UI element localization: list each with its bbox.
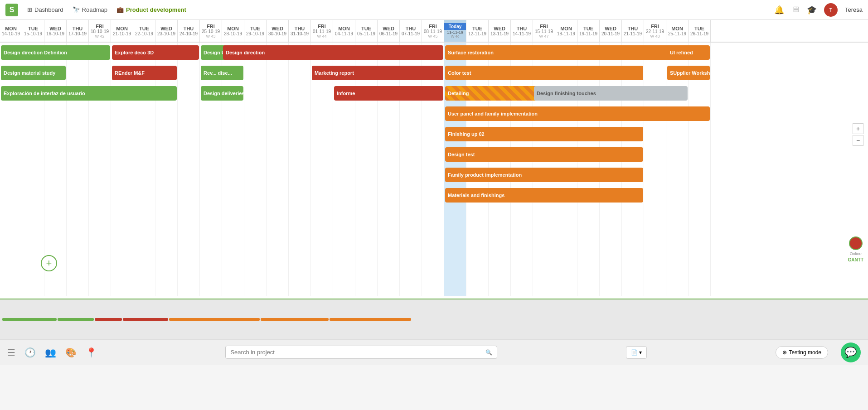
gantt-header-col-2: WED 16-10-19 <box>44 20 67 42</box>
search-icon: 🔍 <box>485 349 492 356</box>
task-t8[interactable]: REnder M&F <box>112 66 177 80</box>
task-t1[interactable]: Design direction Definition <box>1 45 110 60</box>
gantt-header-col-4: FRI 18-10-19 W 42 <box>89 20 111 42</box>
gantt-header-col-9: FRI 25-10-19 W 43 <box>200 20 222 42</box>
task-t15[interactable]: Informe <box>334 86 443 101</box>
nav-product-dev[interactable]: 💼 Product development <box>116 6 186 13</box>
task-label-t18: User panel and family implementation <box>448 111 538 116</box>
task-label-t1: Design direction Definition <box>4 50 67 55</box>
task-label-t11: Color test <box>448 70 471 76</box>
mini-map[interactable] <box>0 299 868 339</box>
bell-icon[interactable]: 🔔 <box>774 5 784 15</box>
monitor-icon[interactable]: 🖥 <box>791 5 800 14</box>
product-icon: 💼 <box>116 6 124 13</box>
mini-bar-2 <box>95 318 122 321</box>
mini-bar-4 <box>169 318 260 321</box>
bottom-bar: ☰ 🕐 👥 🎨 📍 🔍 📄 ▾ ⊕ Testing mode 💬 <box>0 339 868 365</box>
gantt-header-col-24: FRI 15-11-19 W 47 <box>533 20 555 42</box>
gantt-header-col-23: THU 14-11-19 <box>511 20 533 42</box>
task-t13[interactable]: Exploración de interfaz de usuario <box>1 86 177 101</box>
task-t11[interactable]: Color test <box>445 66 643 80</box>
mini-bar-6 <box>330 318 411 321</box>
doc-button[interactable]: 📄 ▾ <box>626 346 647 359</box>
graduation-icon[interactable]: 🎓 <box>807 5 817 15</box>
task-t14[interactable]: Design deliveries <box>201 86 243 101</box>
roadmap-icon: 🔭 <box>73 6 80 13</box>
task-label-t7: Design material study <box>4 70 55 76</box>
task-t21[interactable]: Family product implementation <box>445 168 643 182</box>
mini-bar-0 <box>2 318 57 321</box>
testing-mode-button[interactable]: ⊕ Testing mode <box>776 346 828 359</box>
chat-button[interactable]: 💬 <box>841 342 861 362</box>
users-icon[interactable]: 👥 <box>45 347 56 358</box>
testing-label: Testing mode <box>789 349 821 356</box>
task-label-t21: Family product implementation <box>448 172 522 178</box>
zoom-out-button[interactable]: − <box>853 135 863 146</box>
task-t4[interactable]: Design direction <box>223 45 443 60</box>
task-t10[interactable]: Marketing report <box>312 66 443 80</box>
zoom-controls: + − <box>853 123 863 146</box>
user-avatar[interactable]: T <box>824 3 838 17</box>
task-label-t12: SUpplier Worksho... <box>670 70 710 76</box>
gantt-header-col-17: WED 06-11-19 <box>378 20 400 42</box>
dashboard-icon: ⊞ <box>27 6 32 13</box>
task-t6[interactable]: UI refined <box>667 45 710 60</box>
roadmap-label: Roadmap <box>82 6 107 13</box>
task-t7[interactable]: Design material study <box>1 66 66 80</box>
gantt-header-col-27: WED 20-11-19 <box>600 20 622 42</box>
zoom-in-button[interactable]: + <box>853 123 863 134</box>
task-label-t17: Design finishing touches <box>537 91 596 96</box>
pin-icon[interactable]: 📍 <box>86 347 97 358</box>
nav-right-section: 🔔 🖥 🎓 T Teresa <box>774 3 863 17</box>
task-label-t2: Explore deco 3D <box>115 50 154 55</box>
gantt-header-col-0: MON 14-10-19 <box>0 20 22 42</box>
gantt-header-col-7: WED 23-10-19 <box>155 20 178 42</box>
clock-icon[interactable]: 🕐 <box>24 347 36 358</box>
gantt-header-col-12: WED 30-10-19 <box>267 20 289 42</box>
task-t5[interactable]: Surface restoration <box>445 45 688 60</box>
nav-roadmap[interactable]: 🔭 Roadmap <box>73 6 107 13</box>
task-t18[interactable]: User panel and family implementation <box>445 106 710 121</box>
gantt-header-col-15: MON 04-11-19 <box>333 20 355 42</box>
gantt-header-col-22: WED 13-11-19 <box>489 20 511 42</box>
task-t19[interactable]: Finishing up 02 <box>445 127 643 141</box>
task-label-t22: Materials and finishings <box>448 193 504 198</box>
gantt-header-col-11: TUE 29-10-19 <box>244 20 267 42</box>
gantt-header: MON 14-10-19 TUE 15-10-19 WED 16-10-19 T… <box>0 20 868 43</box>
task-t22[interactable]: Materials and finishings <box>445 188 643 203</box>
gantt-header-col-8: THU 24-10-19 <box>178 20 200 42</box>
task-label-t8: REnder M&F <box>115 70 145 76</box>
search-container[interactable]: 🔍 <box>225 346 497 359</box>
nav-dashboard[interactable]: ⊞ Dashboard <box>27 6 63 13</box>
product-dev-label: Product development <box>126 6 186 13</box>
task-t20[interactable]: Design test <box>445 147 643 162</box>
online-avatar <box>849 236 863 250</box>
gantt-header-col-20: Today 11-11-19 W 46 <box>444 20 466 42</box>
palette-icon[interactable]: 🎨 <box>65 347 77 358</box>
gantt-header-col-6: TUE 22-10-19 <box>133 20 155 42</box>
online-label: Online <box>850 251 862 256</box>
task-t2[interactable]: Explore deco 3D <box>112 45 199 60</box>
search-input[interactable] <box>230 349 482 356</box>
user-name: Teresa <box>845 6 863 13</box>
gantt-header-col-30: MON 25-11-19 <box>666 20 689 42</box>
task-t12[interactable]: SUpplier Worksho... <box>667 66 710 80</box>
gantt-header-col-25: MON 18-11-19 <box>555 20 577 42</box>
task-label-t15: Informe <box>337 91 355 96</box>
gantt-view-label: GANTT <box>848 257 863 262</box>
list-icon[interactable]: ☰ <box>7 347 15 358</box>
gantt-header-col-19: FRI 08-11-19 W 45 <box>422 20 444 42</box>
task-label-t16: Detailing <box>448 91 469 96</box>
task-label-t6: UI refined <box>670 50 693 55</box>
gantt-body[interactable]: Design direction DefinitionExplore deco … <box>0 43 868 296</box>
task-t9[interactable]: Rev... dise... <box>201 66 243 80</box>
add-task-button[interactable]: + <box>41 255 57 271</box>
dashboard-label: Dashboard <box>34 6 63 13</box>
task-t17[interactable]: Design finishing touches <box>534 86 688 101</box>
gantt-header-col-16: TUE 05-11-19 <box>355 20 378 42</box>
mini-bar-3 <box>123 318 168 321</box>
testing-icon: ⊕ <box>782 349 787 356</box>
gantt-header-col-28: THU 21-11-19 <box>622 20 644 42</box>
mini-bar-1 <box>58 318 94 321</box>
gantt-header-col-14: FRI 01-11-19 W 44 <box>311 20 333 42</box>
